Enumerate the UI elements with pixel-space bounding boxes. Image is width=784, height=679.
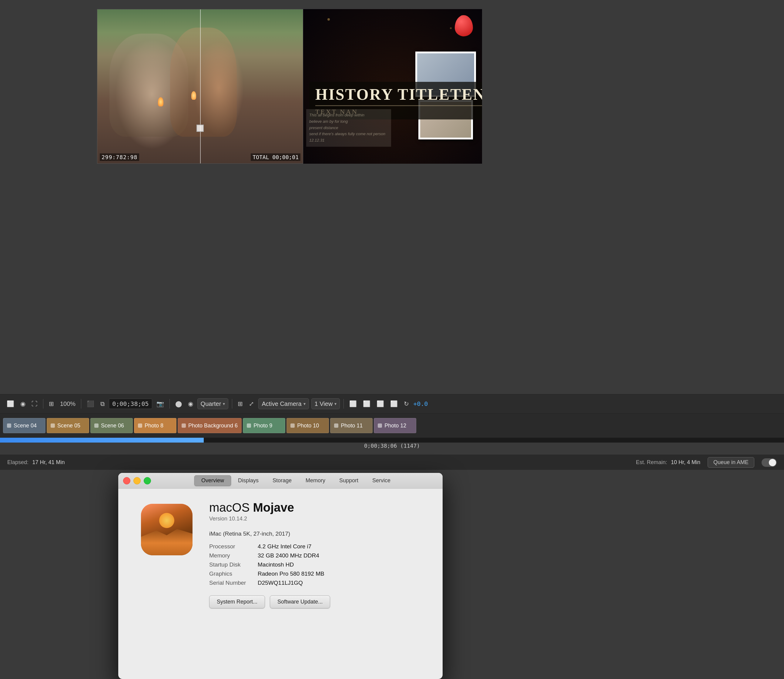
elapsed-label: Elapsed:: [7, 459, 28, 465]
preview-right[interactable]: HISTORY TITLETEN TEXT NAN This all begin…: [303, 9, 482, 164]
layout-icon-3[interactable]: ⬜: [375, 399, 386, 408]
zoom-value[interactable]: 100%: [58, 399, 77, 408]
preview-timecode-left: 299:782:98: [100, 153, 139, 161]
color-wheel-icon[interactable]: ◉: [186, 399, 195, 408]
quality-dropdown[interactable]: Quarter ▾: [197, 398, 228, 409]
progress-timecode: 0;00;38;06 (1147): [364, 443, 420, 449]
est-remain-group: Est. Remain: 10 Hr, 4 Min: [636, 459, 700, 466]
link-icon[interactable]: ⧉: [99, 399, 106, 408]
about-version: Version 10.14.2: [209, 516, 424, 522]
fullscreen-icon[interactable]: ⤢: [247, 399, 256, 408]
timeline-clip-photo-11[interactable]: Photo 11: [330, 418, 372, 433]
timeline-clip-scene-04[interactable]: Scene 04: [3, 418, 45, 433]
sync-icon[interactable]: ↻: [402, 399, 411, 408]
timeline-clip-photo-9[interactable]: Photo 9: [243, 418, 285, 433]
about-tab-memory[interactable]: Memory: [299, 475, 332, 486]
clip-label: Scene 06: [101, 422, 124, 429]
macos-mojave-icon: [141, 504, 192, 555]
camera-chevron: ▾: [304, 401, 305, 406]
spec-value-text: Macintosh HD: [258, 562, 294, 568]
timeline-clip-photo-10[interactable]: Photo 10: [286, 418, 329, 433]
view-dropdown[interactable]: 1 View ▾: [311, 398, 340, 409]
clip-label: Photo Background 6: [188, 422, 238, 429]
toggle-switch[interactable]: [762, 458, 777, 467]
spec-value-text: D25WQ11LJ1GQ: [258, 580, 303, 586]
about-tabs: OverviewDisplaysStorageMemorySupportServ…: [154, 475, 438, 486]
clip-color-dot: [247, 424, 251, 428]
zoom-icon[interactable]: ⊞: [47, 399, 56, 408]
about-tab-support[interactable]: Support: [332, 475, 365, 486]
fit-icon[interactable]: ⬛: [85, 399, 96, 408]
spec-label-text: Startup Disk: [209, 562, 258, 568]
layout-icon-2[interactable]: ⬜: [361, 399, 372, 408]
view-chevron: ▾: [334, 401, 336, 406]
monitor-icon[interactable]: ⬜: [5, 399, 16, 408]
layout-icon-1[interactable]: ⬜: [347, 399, 358, 408]
elapsed-group: Elapsed: 17 Hr, 41 Min: [7, 459, 65, 466]
clip-label: Photo 10: [297, 422, 319, 429]
elapsed-value: 17 Hr, 41 Min: [33, 459, 65, 465]
spec-value-text: 32 GB 2400 MHz DDR4: [258, 552, 319, 559]
toolbar-sep-5: [343, 399, 344, 408]
clip-color-dot: [182, 424, 186, 428]
about-buttons: System Report...Software Update...: [209, 595, 424, 609]
clip-label: Photo 11: [341, 422, 363, 429]
clip-label: Photo 9: [254, 422, 272, 429]
cursor-icon[interactable]: ⛶: [30, 399, 39, 408]
macos-icon-area: [136, 501, 197, 609]
color-picker-icon[interactable]: ⬤: [174, 399, 184, 408]
timeline-clip-scene-05[interactable]: Scene 05: [47, 418, 89, 433]
about-tab-overview[interactable]: Overview: [194, 475, 231, 486]
timeline-clip-photo-8[interactable]: Photo 8: [134, 418, 177, 433]
est-remain-value: 10 Hr, 4 Min: [671, 459, 700, 465]
spec-value-text: Radeon Pro 580 8192 MB: [258, 571, 324, 577]
spec-value-text: 4.2 GHz Intel Core i7: [258, 543, 311, 550]
about-btn-system-report-[interactable]: System Report...: [209, 595, 265, 609]
about-os-name: macOS Mojave: [209, 501, 424, 515]
about-btn-software-update-[interactable]: Software Update...: [270, 595, 330, 609]
queue-in-ame-button[interactable]: Queue in AME: [707, 457, 754, 468]
vr-icon[interactable]: ◉: [19, 399, 27, 408]
toolbar-sep-3: [169, 399, 170, 408]
maximize-button[interactable]: [144, 477, 151, 484]
timeline-clip-photo-12[interactable]: Photo 12: [374, 418, 416, 433]
close-button[interactable]: [123, 477, 130, 484]
progress-bar-fill: [0, 438, 204, 443]
view-label: 1 View: [315, 401, 333, 407]
status-bar: Elapsed: 17 Hr, 41 Min Est. Remain: 10 H…: [0, 455, 784, 470]
spec-row: GraphicsRadeon Pro 580 8192 MB: [209, 571, 424, 577]
layout-icon-4[interactable]: ⬜: [388, 399, 400, 408]
spec-machine-name: iMac (Retina 5K, 27-inch, 2017): [209, 530, 290, 537]
clip-color-dot: [94, 424, 99, 428]
timecode-display: 0;00;38;05: [109, 399, 152, 409]
minimize-button[interactable]: [133, 477, 141, 484]
clip-color-dot: [334, 424, 338, 428]
spec-row: Processor4.2 GHz Intel Core i7: [209, 543, 424, 550]
preview-left[interactable]: 299:782:98 TOTAL 00;00;01: [97, 9, 303, 164]
timeline-clip-scene-06[interactable]: Scene 06: [90, 418, 133, 433]
est-remain-label: Est. Remain:: [636, 459, 667, 465]
camera-snap-icon[interactable]: 📷: [155, 399, 166, 408]
os-name-light: macOS: [209, 501, 249, 514]
status-right: Est. Remain: 10 Hr, 4 Min Queue in AME: [636, 457, 777, 468]
spec-label-text: Processor: [209, 543, 258, 550]
clip-color-dot: [290, 424, 295, 428]
timeline-clip-photo-background-6[interactable]: Photo Background 6: [178, 418, 242, 433]
about-tab-displays[interactable]: Displays: [231, 475, 266, 486]
clip-color-dot: [7, 424, 11, 428]
clip-color-dot: [138, 424, 142, 428]
about-tab-service[interactable]: Service: [365, 475, 397, 486]
clip-label: Scene 05: [57, 422, 80, 429]
about-titlebar: OverviewDisplaysStorageMemorySupportServ…: [118, 473, 443, 489]
clip-label: Photo 8: [145, 422, 163, 429]
clip-label: Scene 04: [14, 422, 37, 429]
resolution-icon[interactable]: ⊞: [236, 399, 245, 408]
camera-dropdown[interactable]: Active Camera ▾: [258, 398, 308, 409]
clip-color-dot: [378, 424, 382, 428]
playhead-box: [196, 125, 204, 132]
camera-label: Active Camera: [261, 401, 301, 407]
offset-value: +0.0: [413, 400, 428, 407]
about-tab-storage[interactable]: Storage: [266, 475, 299, 486]
about-window: OverviewDisplaysStorageMemorySupportServ…: [118, 473, 443, 679]
toolbar: ⬜ ◉ ⛶ ⊞ 100% ⬛ ⧉ 0;00;38;05 📷 ⬤ ◉ Quarte…: [0, 394, 784, 413]
